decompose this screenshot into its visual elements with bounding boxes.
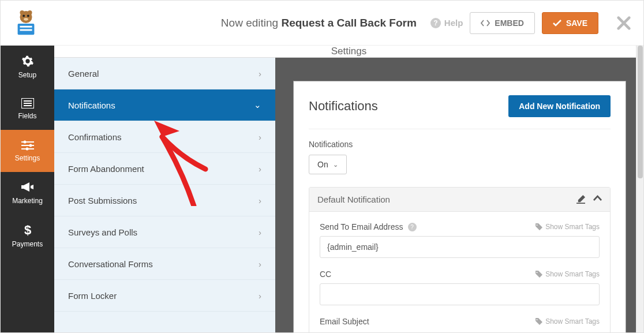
rail-marketing[interactable]: Marketing <box>1 172 54 214</box>
tag-icon <box>536 271 542 278</box>
cc-label: CC <box>320 270 331 279</box>
editing-title: Now editing Request a Call Back Form <box>221 17 417 29</box>
panel-title: Notifications <box>309 99 378 114</box>
menu-conversational[interactable]: Conversational Forms› <box>54 248 275 280</box>
chevron-right-icon: › <box>259 196 261 205</box>
toggle-label: Notifications <box>309 140 611 149</box>
embed-button[interactable]: EMBED <box>470 12 535 34</box>
tag-icon <box>536 318 542 325</box>
subject-label: Email Subject <box>320 317 369 326</box>
menu-surveys[interactable]: Surveys and Polls› <box>54 216 275 248</box>
chevron-right-icon: › <box>259 164 261 174</box>
close-icon[interactable] <box>616 15 632 31</box>
check-icon <box>553 20 561 27</box>
smart-tags-link[interactable]: Show Smart Tags <box>536 223 600 231</box>
svg-rect-6 <box>18 23 35 34</box>
svg-rect-7 <box>20 25 32 27</box>
svg-point-1 <box>20 10 24 14</box>
send-to-input[interactable] <box>320 236 600 258</box>
svg-rect-8 <box>20 29 32 31</box>
menu-confirmations[interactable]: Confirmations› <box>54 121 275 153</box>
svg-point-14 <box>23 140 26 143</box>
sliders-icon <box>21 140 34 151</box>
chevron-down-icon: ⌄ <box>333 161 338 169</box>
svg-point-5 <box>24 17 28 20</box>
menu-general[interactable]: General› <box>54 58 275 89</box>
gear-icon <box>21 55 34 68</box>
scrollbar[interactable] <box>636 46 643 333</box>
chevron-down-icon: ⌄ <box>254 100 261 110</box>
rail-fields[interactable]: Fields <box>1 88 54 130</box>
dollar-icon: $ <box>23 223 32 237</box>
content-title: Settings <box>54 46 643 58</box>
notifications-toggle[interactable]: On ⌄ <box>309 155 347 174</box>
chevron-up-icon[interactable] <box>593 195 602 201</box>
rail-setup[interactable]: Setup <box>1 46 54 88</box>
list-icon <box>21 98 34 108</box>
pencil-icon[interactable] <box>576 195 585 204</box>
menu-notifications[interactable]: Notifications⌄ <box>54 89 275 121</box>
settings-panel: Notifications Add New Notification Notif… <box>293 81 626 333</box>
chevron-right-icon: › <box>259 291 261 301</box>
help-icon[interactable]: ? <box>408 223 417 231</box>
help-link[interactable]: ? Help <box>430 18 463 28</box>
svg-point-18 <box>25 147 28 150</box>
notification-item: Default Notification Sen <box>309 187 611 333</box>
editing-prefix: Now editing <box>221 17 278 29</box>
bullhorn-icon <box>21 182 34 193</box>
notification-title: Default Notification <box>317 194 390 204</box>
scrollbar-thumb[interactable] <box>638 46 643 178</box>
code-icon <box>481 19 490 27</box>
app-logo <box>12 9 40 37</box>
topbar: Now editing Request a Call Back Form ? H… <box>1 1 643 46</box>
smart-tags-link[interactable]: Show Smart Tags <box>536 317 600 325</box>
smart-tags-link[interactable]: Show Smart Tags <box>536 270 600 278</box>
settings-menu: General› Notifications⌄ Confirmations› F… <box>54 58 276 333</box>
svg-point-3 <box>23 14 25 17</box>
tag-icon <box>536 223 542 230</box>
rail-payments[interactable]: $ Payments <box>1 214 54 256</box>
nav-rail: Setup Fields Settings Marketing $ Paymen… <box>1 46 54 333</box>
chevron-right-icon: › <box>259 132 261 142</box>
send-to-label: Send To Email Address? <box>320 222 417 231</box>
add-notification-button[interactable]: Add New Notification <box>508 95 611 117</box>
svg-text:$: $ <box>24 223 31 237</box>
rail-settings[interactable]: Settings <box>1 130 54 172</box>
help-icon: ? <box>430 18 441 28</box>
chevron-right-icon: › <box>259 259 261 269</box>
editing-form-name: Request a Call Back Form <box>281 17 416 29</box>
menu-form-abandonment[interactable]: Form Abandonment› <box>54 153 275 185</box>
chevron-right-icon: › <box>259 69 261 78</box>
svg-point-4 <box>27 14 29 17</box>
chevron-right-icon: › <box>259 227 261 237</box>
svg-point-2 <box>28 10 32 14</box>
menu-post-submissions[interactable]: Post Submissions› <box>54 185 275 216</box>
menu-form-locker[interactable]: Form Locker› <box>54 280 275 312</box>
svg-point-16 <box>29 144 32 147</box>
cc-input[interactable] <box>320 283 600 305</box>
save-button[interactable]: SAVE <box>542 12 598 34</box>
